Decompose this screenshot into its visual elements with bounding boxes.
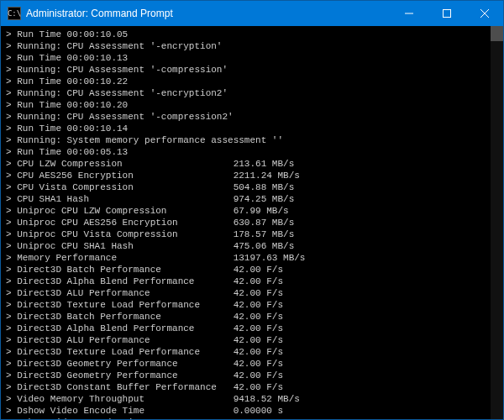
result-line: > Direct3D Alpha Blend Performance 42.00… xyxy=(6,323,498,334)
output-line: > Run Time 00:00:10.22 xyxy=(6,76,498,87)
result-line: > Direct3D Texture Load Performance 42.0… xyxy=(6,346,498,358)
output-line: > Running: CPU Assessment '-compression' xyxy=(6,64,498,76)
result-line: > Dshow Video Decode Time 0.00000 s xyxy=(6,417,498,420)
result-line: > Memory Performance 13197.63 MB/s xyxy=(6,252,498,264)
output-line: > Run Time 00:00:10.13 xyxy=(6,52,498,64)
output-line: > Run Time 00:00:10.05 xyxy=(6,29,498,40)
output-line: > Running: System memory performance ass… xyxy=(6,134,498,146)
result-line: > Dshow Video Encode Time 0.00000 s xyxy=(6,405,498,417)
scrollbar-thumb[interactable] xyxy=(491,26,503,41)
result-line: > Direct3D Batch Performance 42.00 F/s xyxy=(6,311,498,323)
maximize-button[interactable] xyxy=(428,1,465,26)
result-line: > CPU LZW Compression 213.61 MB/s xyxy=(6,158,498,170)
result-line: > Direct3D Geometry Performance 42.00 F/… xyxy=(6,358,498,370)
result-line: > Uniproc CPU AES256 Encryption 630.87 M… xyxy=(6,217,498,228)
terminal-output[interactable]: > Run Time 00:00:10.05> Running: CPU Ass… xyxy=(1,26,503,420)
result-line: > Direct3D Constant Buffer Performance 4… xyxy=(6,381,498,393)
result-line: > Uniproc CPU LZW Compression 67.99 MB/s xyxy=(6,205,498,217)
cmd-icon: C:\ xyxy=(8,7,21,20)
close-icon xyxy=(480,9,489,18)
result-line: > Direct3D Batch Performance 42.00 F/s xyxy=(6,264,498,276)
result-line: > Direct3D Alpha Blend Performance 42.00… xyxy=(6,276,498,287)
output-line: > Running: CPU Assessment '-encryption' xyxy=(6,40,498,52)
minimize-button[interactable] xyxy=(390,1,428,26)
output-line: > Run Time 00:00:05.13 xyxy=(6,146,498,158)
titlebar[interactable]: C:\ Administrator: Command Prompt xyxy=(1,1,503,26)
scrollbar-track[interactable] xyxy=(491,26,503,420)
close-button[interactable] xyxy=(465,1,503,26)
output-line: > Running: CPU Assessment '-encryption2' xyxy=(6,87,498,99)
result-line: > CPU Vista Compression 504.88 MB/s xyxy=(6,181,498,193)
window-title: Administrator: Command Prompt xyxy=(26,8,173,19)
result-line: > Video Memory Throughput 9418.52 MB/s xyxy=(6,393,498,405)
output-line: > Run Time 00:00:10.14 xyxy=(6,123,498,134)
output-line: > Run Time 00:00:10.20 xyxy=(6,99,498,111)
result-line: > CPU SHA1 Hash 974.25 MB/s xyxy=(6,193,498,205)
result-line: > Uniproc CPU Vista Compression 178.57 M… xyxy=(6,228,498,240)
result-line: > Direct3D ALU Performance 42.00 F/s xyxy=(6,334,498,346)
result-line: > Direct3D Geometry Performance 42.00 F/… xyxy=(6,370,498,381)
maximize-icon xyxy=(443,9,451,18)
output-line: > Running: CPU Assessment '-compression2… xyxy=(6,111,498,123)
svg-rect-0 xyxy=(443,10,450,18)
result-line: > CPU AES256 Encryption 2211.24 MB/s xyxy=(6,170,498,181)
result-line: > Direct3D ALU Performance 42.00 F/s xyxy=(6,287,498,299)
result-line: > Uniproc CPU SHA1 Hash 475.06 MB/s xyxy=(6,240,498,252)
minimize-icon xyxy=(405,9,413,18)
result-line: > Direct3D Texture Load Performance 42.0… xyxy=(6,299,498,311)
